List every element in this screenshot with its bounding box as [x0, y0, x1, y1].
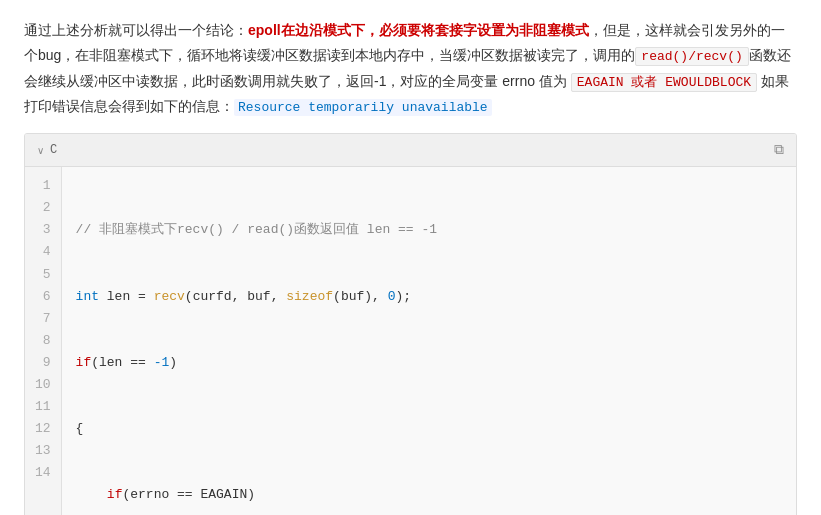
line-num-9: 9 [35, 352, 51, 374]
copy-icon[interactable]: ⧉ [774, 138, 784, 162]
code-block: ∨ C ⧉ 1 2 3 4 5 6 7 8 9 10 11 12 13 14 [24, 133, 797, 515]
main-content: 通过上述分析就可以得出一个结论：epoll在边沿模式下，必须要将套接字设置为非阻… [24, 18, 797, 515]
line-num-8: 8 [35, 330, 51, 352]
highlight-epoll: epoll在边沿模式下， [248, 22, 379, 38]
code-line-1: // 非阻塞模式下recv() / read()函数返回值 len == -1 [76, 219, 782, 241]
inline-code-eagain: EAGAIN 或者 EWOULDBLOCK [571, 73, 757, 92]
paragraph-1: 通过上述分析就可以得出一个结论：epoll在边沿模式下，必须要将套接字设置为非阻… [24, 18, 797, 119]
line-num-6: 6 [35, 286, 51, 308]
collapse-icon[interactable]: ∨ [37, 142, 44, 159]
line-num-7: 7 [35, 308, 51, 330]
line-numbers: 1 2 3 4 5 6 7 8 9 10 11 12 13 14 [25, 167, 62, 515]
line-num-14: 14 [35, 462, 51, 484]
code-line-2: int len = recv(curfd, buf, sizeof(buf), … [76, 286, 782, 308]
lang-label: C [50, 140, 57, 160]
highlight-nonblock: 必须要将套接字设置为非阻塞模式 [379, 22, 589, 38]
code-block-body: 1 2 3 4 5 6 7 8 9 10 11 12 13 14 // 非阻塞模… [25, 167, 796, 515]
line-num-3: 3 [35, 219, 51, 241]
line-num-1: 1 [35, 175, 51, 197]
code-line-4: { [76, 418, 782, 440]
code-content: // 非阻塞模式下recv() / read()函数返回值 len == -1 … [62, 167, 796, 515]
line-num-2: 2 [35, 197, 51, 219]
text-prefix-1: 通过上述分析就可以得出一个结论： [24, 22, 248, 38]
inline-code-read-recv: read()/recv() [635, 47, 748, 66]
line-num-10: 10 [35, 374, 51, 396]
line-num-4: 4 [35, 241, 51, 263]
inline-code-resource-msg: Resource temporarily unavailable [234, 99, 492, 116]
line-num-12: 12 [35, 418, 51, 440]
line-num-11: 11 [35, 396, 51, 418]
line-num-5: 5 [35, 264, 51, 286]
code-header-left: ∨ C [37, 140, 57, 160]
code-block-header: ∨ C ⧉ [25, 134, 796, 167]
code-line-5: if(errno == EAGAIN) [76, 484, 782, 506]
line-num-13: 13 [35, 440, 51, 462]
code-line-3: if(len == -1) [76, 352, 782, 374]
